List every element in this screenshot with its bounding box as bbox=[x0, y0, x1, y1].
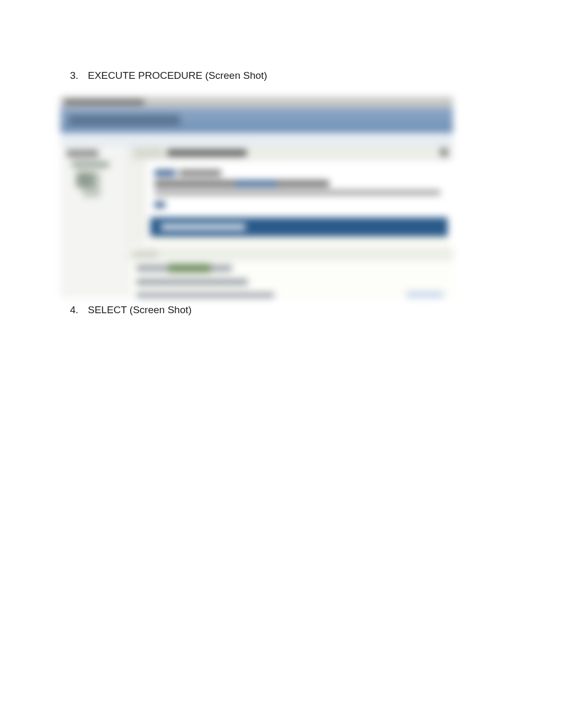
list-item-3: 3. EXECUTE PROCEDURE (Screen Shot) bbox=[60, 69, 502, 83]
list-item-4: 4. SELECT (Screen Shot) bbox=[60, 303, 502, 317]
list-text: EXECUTE PROCEDURE (Screen Shot) bbox=[88, 69, 502, 83]
list-text: SELECT (Screen Shot) bbox=[88, 303, 502, 317]
list-number: 4. bbox=[60, 303, 88, 317]
blurred-screenshot bbox=[60, 97, 453, 298]
screenshot-container bbox=[60, 97, 502, 298]
list-number: 3. bbox=[60, 69, 88, 83]
